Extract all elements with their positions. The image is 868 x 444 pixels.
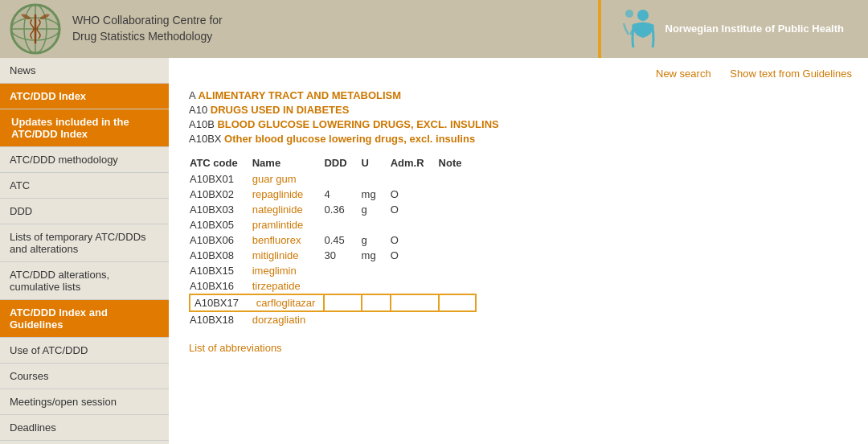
table-cell-note xyxy=(439,202,477,217)
table-cell-ddd: 0.45 xyxy=(324,232,361,248)
nipho-section: Norwegian Institute of Public Health xyxy=(598,0,860,58)
table-cell-admr xyxy=(391,311,439,327)
breadcrumb-prefix: A10 xyxy=(189,104,211,116)
table-row: A10BX05pramlintide xyxy=(190,217,476,232)
sidebar-item-atc[interactable]: ATC xyxy=(0,173,169,199)
drug-name-link[interactable]: tirzepatide xyxy=(252,280,301,292)
sidebar-item-meetings[interactable]: Meetings/open session xyxy=(0,389,169,415)
table-cell-code: A10BX08 xyxy=(190,248,252,263)
breadcrumb-link[interactable]: BLOOD GLUCOSE LOWERING DRUGS, EXCL. INSU… xyxy=(217,118,498,130)
breadcrumb-prefix: A10BX xyxy=(189,133,224,145)
table-cell-name: carfloglitazar xyxy=(252,294,325,311)
sidebar-item-courses[interactable]: Courses xyxy=(0,364,169,389)
table-cell-admr: O xyxy=(391,187,439,202)
sidebar-item-news[interactable]: News xyxy=(0,58,169,84)
table-cell-name: mitiglinide xyxy=(252,248,325,263)
table-row: A10BX08mitiglinide30mgO xyxy=(190,248,476,263)
breadcrumb-item: A ALIMENTARY TRACT AND METABOLISM xyxy=(189,89,852,101)
table-cell-u xyxy=(362,171,391,187)
table-header-adm-r: Adm.R xyxy=(391,154,439,171)
table-cell-admr xyxy=(391,263,439,278)
table-cell-name: nateglinide xyxy=(252,202,325,217)
table-cell-u: mg xyxy=(362,187,391,202)
table-cell-code: A10BX05 xyxy=(190,217,252,232)
table-cell-code: A10BX17 xyxy=(190,294,252,311)
table-cell-admr: O xyxy=(391,232,439,248)
table-header-atc-code: ATC code xyxy=(190,154,252,171)
table-cell-note xyxy=(439,263,477,278)
table-row: A10BX17carfloglitazar xyxy=(190,294,476,311)
breadcrumb-link[interactable]: ALIMENTARY TRACT AND METABOLISM xyxy=(199,89,402,101)
table-cell-note xyxy=(439,294,477,311)
sidebar-item-updates[interactable]: Updates included in the ATC/DDD Index xyxy=(0,109,169,147)
drug-name-link[interactable]: benfluorex xyxy=(252,234,301,246)
abbreviations-link[interactable]: List of abbreviations xyxy=(189,342,282,354)
drug-name-link[interactable]: dorzagliatin xyxy=(252,314,306,326)
table-header-note: Note xyxy=(439,154,477,171)
table-cell-admr: O xyxy=(391,248,439,263)
drug-table-wrap: ATC codeNameDDDUAdm.RNote A10BX01guar gu… xyxy=(189,154,852,327)
who-logo xyxy=(8,2,63,56)
drug-name-link[interactable]: pramlintide xyxy=(252,219,304,231)
sidebar-item-use-atc-ddd[interactable]: Use of ATC/DDD xyxy=(0,338,169,364)
table-row: A10BX15imeglimin xyxy=(190,263,476,278)
sidebar: NewsATC/DDD IndexUpdates included in the… xyxy=(0,58,169,444)
table-cell-name: guar gum xyxy=(252,171,325,187)
sidebar-item-links[interactable]: Links xyxy=(0,441,169,444)
table-cell-note xyxy=(439,311,477,327)
sidebar-item-atc-ddd-index[interactable]: ATC/DDD Index xyxy=(0,84,169,109)
sidebar-item-atc-ddd-methodology[interactable]: ATC/DDD methodology xyxy=(0,147,169,173)
drug-name-link[interactable]: imeglimin xyxy=(252,265,297,277)
table-cell-ddd xyxy=(324,311,361,327)
breadcrumb-link[interactable]: Other blood glucose lowering drugs, excl… xyxy=(224,133,475,145)
table-row: A10BX16tirzepatide xyxy=(190,278,476,294)
table-row: A10BX01guar gum xyxy=(190,171,476,187)
table-cell-code: A10BX15 xyxy=(190,263,252,278)
table-cell-note xyxy=(439,278,477,294)
breadcrumb-section: A ALIMENTARY TRACT AND METABOLISMA10 DRU… xyxy=(189,89,852,145)
drug-name-link[interactable]: carfloglitazar xyxy=(256,297,316,309)
table-cell-name: dorzagliatin xyxy=(252,311,325,327)
table-cell-code: A10BX01 xyxy=(190,171,252,187)
table-row: A10BX03nateglinide0.36gO xyxy=(190,202,476,217)
table-cell-name: benfluorex xyxy=(252,232,325,248)
table-cell-admr xyxy=(391,294,439,311)
breadcrumb-item: A10BX Other blood glucose lowering drugs… xyxy=(189,133,852,145)
abbreviations-section: List of abbreviations xyxy=(189,342,852,354)
svg-point-8 xyxy=(625,10,633,18)
table-header-name: Name xyxy=(252,154,325,171)
breadcrumb-link[interactable]: DRUGS USED IN DIABETES xyxy=(211,104,350,116)
table-cell-name: imeglimin xyxy=(252,263,325,278)
sidebar-item-atc-ddd-alterations[interactable]: ATC/DDD alterations, cumulative lists xyxy=(0,262,169,300)
sidebar-item-lists-temp[interactable]: Lists of temporary ATC/DDDs and alterati… xyxy=(0,224,169,262)
drug-name-link[interactable]: nateglinide xyxy=(252,204,303,216)
table-cell-admr xyxy=(391,217,439,232)
breadcrumb-prefix: A xyxy=(189,89,199,101)
table-cell-ddd: 0.36 xyxy=(324,202,361,217)
table-row: A10BX02repaglinide4mgO xyxy=(190,187,476,202)
sidebar-item-ddd[interactable]: DDD xyxy=(0,199,169,224)
table-cell-name: repaglinide xyxy=(252,187,325,202)
drug-name-link[interactable]: mitiglinide xyxy=(252,249,299,261)
drug-name-link[interactable]: guar gum xyxy=(252,173,297,185)
who-title: WHO Collaborating Centre for Drug Statis… xyxy=(72,13,598,44)
table-cell-name: pramlintide xyxy=(252,217,325,232)
table-cell-code: A10BX03 xyxy=(190,202,252,217)
table-cell-u xyxy=(362,217,391,232)
table-cell-ddd xyxy=(324,171,361,187)
table-header-u: U xyxy=(362,154,391,171)
table-cell-code: A10BX06 xyxy=(190,232,252,248)
table-cell-ddd: 4 xyxy=(324,187,361,202)
sidebar-item-atc-ddd-index-guidelines[interactable]: ATC/DDD Index and Guidelines xyxy=(0,300,169,338)
show-guidelines-link[interactable]: Show text from Guidelines xyxy=(730,68,852,80)
sidebar-item-deadlines[interactable]: Deadlines xyxy=(0,415,169,441)
table-cell-admr xyxy=(391,171,439,187)
table-cell-note xyxy=(439,217,477,232)
new-search-link[interactable]: New search xyxy=(656,68,711,80)
table-cell-u xyxy=(362,278,391,294)
table-cell-u: g xyxy=(362,232,391,248)
table-cell-name: tirzepatide xyxy=(252,278,325,294)
breadcrumb-item: A10B BLOOD GLUCOSE LOWERING DRUGS, EXCL.… xyxy=(189,118,852,130)
main-content: New search Show text from Guidelines A A… xyxy=(169,58,868,444)
drug-name-link[interactable]: repaglinide xyxy=(252,188,304,200)
